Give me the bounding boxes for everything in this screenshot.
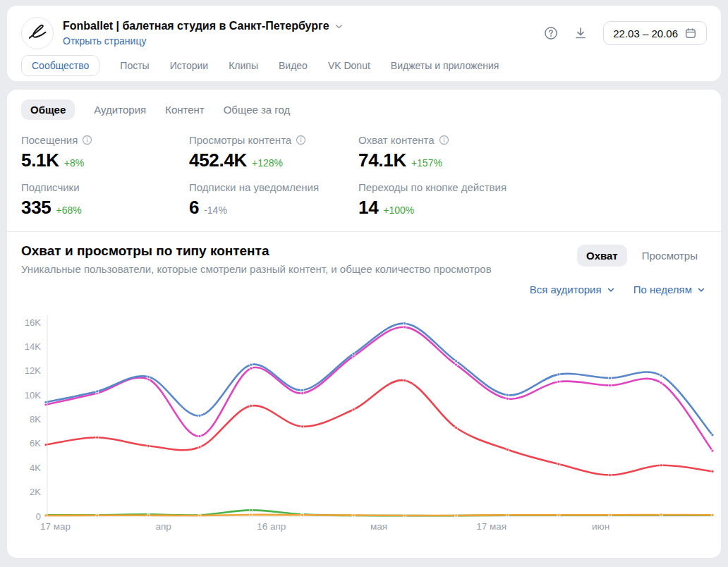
calendar-icon: [684, 27, 697, 39]
chevron-down-icon[interactable]: [334, 22, 344, 31]
stat-label: Просмотры контента: [189, 134, 291, 146]
toggle-reach[interactable]: Охват: [577, 245, 627, 267]
community-name: Fonballet | балетная студия в Санкт-Пете…: [63, 20, 329, 32]
stat-card-action-button-clicks: Переходы по кнопке действия 14 +100%: [358, 181, 707, 219]
svg-text:июн: июн: [592, 521, 609, 532]
stat-delta: -14%: [204, 205, 227, 216]
svg-text:17 мая: 17 мая: [476, 521, 506, 532]
svg-text:мая: мая: [370, 521, 387, 532]
stats-tab-audience[interactable]: Аудитория: [94, 104, 146, 116]
audience-filter-label: Вся аудитория: [530, 284, 602, 295]
svg-text:14K: 14K: [25, 341, 41, 352]
tab-widgets-apps[interactable]: Виджеты и приложения: [391, 60, 499, 71]
series-line-magenta: [46, 327, 712, 451]
stat-value: 452.4K: [189, 150, 247, 171]
content-chart: 02K4K6K8K10K12K14K16K17 марапр16 апрмая1…: [7, 300, 721, 547]
svg-text:12K: 12K: [25, 365, 41, 376]
header-tab-bar: Сообщество Посты Истории Клипы Видео VK …: [21, 60, 707, 71]
stat-label: Подписчики: [21, 181, 80, 193]
audience-filter-dropdown[interactable]: Вся аудитория: [530, 284, 615, 295]
stat-card-notification-subs: Подписки на уведомления 6 -14%: [189, 181, 358, 219]
stats-tab-general-year[interactable]: Общее за год: [224, 104, 291, 116]
series-line-red: [46, 380, 712, 475]
stat-delta: +68%: [56, 205, 81, 216]
stat-value: 14: [358, 197, 378, 219]
stat-value: 6: [189, 197, 199, 219]
series-line-orange: [46, 515, 712, 516]
stat-delta: +8%: [64, 157, 84, 169]
stats-tab-content[interactable]: Контент: [165, 104, 205, 116]
svg-text:апр: апр: [156, 521, 171, 532]
tab-video[interactable]: Видео: [279, 60, 308, 71]
svg-text:17 мар: 17 мар: [40, 521, 71, 532]
chart-filters: Вся аудитория По неделям: [7, 284, 721, 295]
toggle-views[interactable]: Просмотры: [633, 245, 707, 267]
reach-views-toggle: Охват Просмотры: [577, 245, 707, 267]
tab-clips[interactable]: Клипы: [229, 60, 258, 71]
section-title: Охват и просмотры по типу контента: [21, 243, 577, 259]
stat-delta: +100%: [383, 205, 414, 216]
stats-tab-general[interactable]: Общее: [21, 99, 75, 120]
stat-card-visits: Посещения 5.1K +8%: [21, 134, 189, 171]
community-avatar[interactable]: [21, 17, 54, 49]
stat-value: 5.1K: [21, 150, 59, 171]
stat-delta: +157%: [411, 157, 442, 169]
svg-text:16 апр: 16 апр: [257, 521, 286, 532]
stat-label: Подписки на уведомления: [189, 181, 319, 193]
stat-value: 74.1K: [358, 150, 406, 171]
chevron-down-icon: [697, 286, 705, 294]
svg-text:16K: 16K: [25, 317, 41, 328]
stat-card-content-reach: Охват контента 74.1K +157%: [358, 134, 707, 171]
svg-text:2K: 2K: [30, 487, 41, 497]
download-icon[interactable]: [574, 26, 588, 40]
statistics-card: Общее Аудитория Контент Общее за год Пос…: [7, 90, 721, 558]
period-filter-dropdown[interactable]: По неделям: [633, 284, 705, 295]
svg-text:0: 0: [36, 511, 41, 522]
info-icon[interactable]: [439, 135, 449, 145]
svg-text:10K: 10K: [25, 390, 41, 401]
stat-label: Охват контента: [358, 134, 435, 146]
stats-tab-bar: Общее Аудитория Контент Общее за год: [7, 99, 721, 120]
info-icon[interactable]: [82, 135, 92, 145]
community-header-card: Fonballet | балетная студия в Санкт-Пете…: [7, 6, 721, 81]
svg-text:4K: 4K: [30, 463, 41, 473]
date-range-value: 22.03 – 20.06: [613, 28, 678, 39]
info-icon[interactable]: [296, 135, 306, 145]
date-range-picker[interactable]: 22.03 – 20.06: [603, 21, 707, 45]
tab-community[interactable]: Сообщество: [21, 55, 99, 76]
stat-label: Переходы по кнопке действия: [358, 181, 506, 193]
period-filter-label: По неделям: [633, 284, 692, 295]
stat-card-subscribers: Подписчики 335 +68%: [21, 181, 189, 219]
stats-grid: Посещения 5.1K +8% Просмотры контента 45…: [7, 134, 721, 219]
swan-logo-icon: [25, 21, 49, 45]
tab-posts[interactable]: Посты: [120, 60, 149, 71]
help-icon[interactable]: [544, 26, 558, 40]
section-subtitle: Уникальные пользователи, которые смотрел…: [21, 263, 577, 275]
stat-label: Посещения: [21, 134, 78, 146]
stat-delta: +128%: [252, 157, 283, 169]
tab-vk-donut[interactable]: VK Donut: [328, 60, 370, 71]
tab-stories[interactable]: Истории: [170, 60, 209, 71]
stat-value: 335: [21, 197, 51, 219]
svg-text:8K: 8K: [30, 414, 41, 425]
svg-text:6K: 6K: [30, 438, 41, 449]
open-page-link[interactable]: Открыть страницу: [63, 35, 344, 47]
stat-card-content-views: Просмотры контента 452.4K +128%: [189, 134, 358, 171]
chevron-down-icon: [607, 286, 615, 294]
